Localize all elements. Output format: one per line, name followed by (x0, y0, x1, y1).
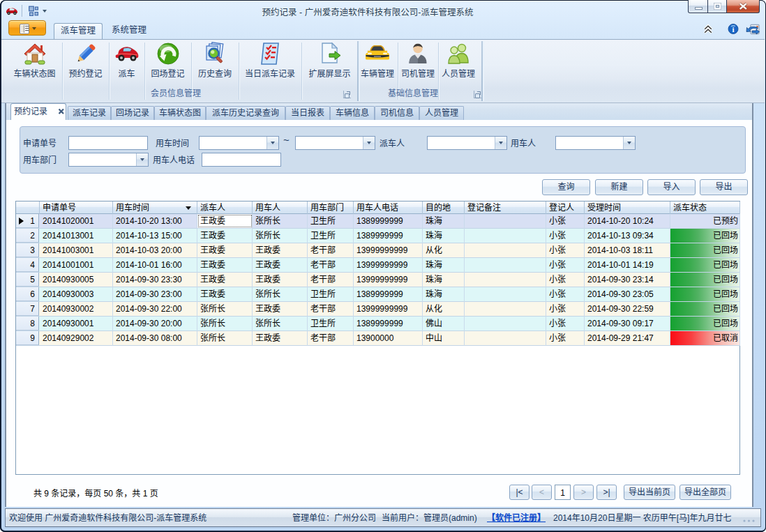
svg-text:i: i (732, 25, 734, 33)
